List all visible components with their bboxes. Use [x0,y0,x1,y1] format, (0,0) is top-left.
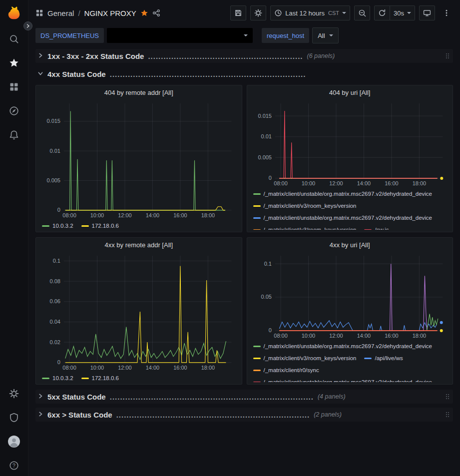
grafana-logo[interactable] [0,0,28,26]
dashboard-body: 1xx - 3xx - 2xx Status Code ............… [28,45,460,476]
sidebar-item-server-admin[interactable] [8,412,20,424]
svg-text:12:00: 12:00 [118,365,131,371]
svg-text:?: ? [12,463,15,469]
panel-title[interactable]: 4xx by remote addr [All] [104,241,173,249]
svg-text:0.015: 0.015 [258,113,271,119]
panel-header[interactable]: 4xx by remote addr [All] [41,238,237,252]
panel-404-by-remote-addr: 404 by remote addr [All] 00.0050.010.015… [35,85,242,232]
breadcrumb-section[interactable]: General [47,9,74,17]
breadcrumb: General / NGINX PROXY [35,9,160,17]
sidebar-item-profile[interactable] [8,436,20,448]
panel-grid: 404 by remote addr [All] 00.0050.010.015… [35,85,453,385]
legend-item[interactable]: /api/live/ws [364,353,403,363]
svg-text:12:00: 12:00 [329,333,343,339]
zoom-out-button[interactable] [354,5,370,20]
time-range-label: Last 12 hours [285,9,325,17]
row-6xx-status-code[interactable]: 6xx > Status Code ......................… [35,408,453,422]
expand-sidebar-button[interactable] [23,21,32,30]
row-panel-count: (4 panels) [318,393,346,400]
row-4xx-status-code[interactable]: 4xx Status Code ........................… [35,67,453,81]
legend-item[interactable]: /sw.js [364,225,389,230]
chevron-right-icon [37,410,43,419]
dashboard-settings-button[interactable] [250,5,266,20]
legend-label: /_matrix/client/v3/room_keys/version [264,201,357,211]
timeseries-chart[interactable]: 00.050.108:0010:0012:0014:0016:0018:00 [252,252,448,340]
panel-header[interactable]: 404 by uri [All] [252,85,448,99]
svg-text:0.01: 0.01 [261,133,271,139]
legend-label: /_matrix/client/unstable/org.matrix.msc2… [264,189,433,199]
legend-swatch [364,229,372,230]
row-5xx-status-code[interactable]: 5xx Status Code ........................… [35,390,453,404]
svg-text:0.06: 0.06 [50,298,60,304]
svg-text:0.01: 0.01 [50,148,60,154]
share-icon[interactable] [152,9,160,17]
legend-item[interactable]: 172.18.0.6 [81,373,119,382]
legend-item[interactable]: /_matrix/client/v3/room_keys/version [253,225,357,230]
legend-item[interactable]: /_matrix/client/unstable/org.matrix.msc2… [253,377,433,382]
legend-item[interactable]: /_matrix/client/unstable/org.matrix.msc2… [253,213,433,223]
panel-legend: /_matrix/client/unstable/org.matrix.msc2… [252,340,448,382]
breadcrumb-separator: / [78,9,80,17]
sidebar-item-starred[interactable] [8,57,20,69]
row-panel-count: (2 panels) [314,411,342,418]
refresh-interval-select[interactable]: 30s [390,5,415,20]
panel-title[interactable]: 404 by uri [All] [329,89,370,96]
monitor-icon [423,9,431,17]
sidebar-item-dashboards[interactable] [8,81,20,93]
sidebar-item-alerting[interactable] [8,129,20,141]
legend-item[interactable]: /_matrix/client/unstable/org.matrix.msc2… [253,341,433,351]
panel-title[interactable]: 4xx by uri [All] [330,241,370,249]
legend-item[interactable]: /_matrix/client/r0/sync [253,365,319,375]
sidebar-item-search[interactable] [8,33,20,45]
legend-item[interactable]: /_matrix/client/unstable/org.matrix.msc2… [253,189,433,199]
legend-item[interactable]: /_matrix/client/v3/room_keys/version [253,201,357,211]
sidebar-item-explore[interactable] [8,105,20,117]
legend-item[interactable]: 10.0.3.2 [42,221,73,230]
svg-text:0: 0 [57,207,60,213]
panel-4xx-by-remote-addr: 4xx by remote addr [All] 00.020.040.060.… [35,237,242,385]
sidebar-item-help[interactable]: ? [8,460,20,472]
variable-label-datasource: DS_PROMETHEUS [35,28,104,43]
panel-header[interactable]: 4xx by uri [All] [252,238,448,252]
sidebar-item-configuration[interactable] [8,388,20,400]
save-icon [234,9,242,17]
time-range-picker[interactable]: Last 12 hours CST [270,5,350,20]
row-drag-handle[interactable] [445,52,450,60]
panel-header[interactable]: 404 by remote addr [All] [41,85,237,99]
timeseries-chart[interactable]: 00.0050.010.01508:0010:0012:0014:0016:00… [41,99,237,219]
apps-grid-icon[interactable] [35,9,43,17]
svg-text:0: 0 [268,175,271,181]
legend-item[interactable]: /_matrix/client/v3/room_keys/version [253,353,357,363]
clock-icon [274,9,282,17]
legend-item[interactable]: 172.18.0.6 [81,221,119,230]
request-host-select[interactable]: All [312,27,338,43]
datasource-select[interactable] [107,28,253,43]
save-dashboard-button[interactable] [230,5,246,20]
refresh-interval-label: 30s [394,9,404,17]
refresh-button-group: 30s [374,5,415,20]
favorite-star-icon[interactable] [140,9,148,17]
row-drag-handle[interactable] [445,411,450,419]
legend-item[interactable]: 10.0.3.2 [42,373,73,382]
kiosk-mode-button[interactable] [419,5,435,20]
timeseries-chart[interactable]: 00.020.040.060.080.108:0010:0012:0014:00… [41,252,237,372]
row-title: 1xx - 3xx - 2xx Status Code [47,52,144,60]
legend-label: /sw.js [375,225,389,230]
chevron-down-icon [244,34,248,36]
row-drag-handle[interactable] [445,393,450,401]
legend-swatch [42,378,49,379]
kebab-menu-button[interactable] [439,5,454,20]
svg-text:0.005: 0.005 [258,154,271,160]
legend-label: /_matrix/client/unstable/org.matrix.msc2… [264,213,433,223]
gear-icon [254,9,262,17]
svg-text:16:00: 16:00 [173,212,187,218]
panel-title[interactable]: 404 by remote addr [All] [104,89,173,96]
legend-swatch [42,225,49,227]
timeseries-chart[interactable]: 00.0050.010.01508:0010:0012:0014:0016:00… [252,99,448,187]
refresh-button[interactable] [374,5,390,20]
chevron-down-icon [342,12,346,14]
legend-swatch [364,358,372,359]
row-1xx-3xx-2xx-status-code[interactable]: 1xx - 3xx - 2xx Status Code ............… [35,49,453,63]
row-title-leader: ........................................… [148,52,303,60]
svg-text:10:00: 10:00 [301,180,315,186]
